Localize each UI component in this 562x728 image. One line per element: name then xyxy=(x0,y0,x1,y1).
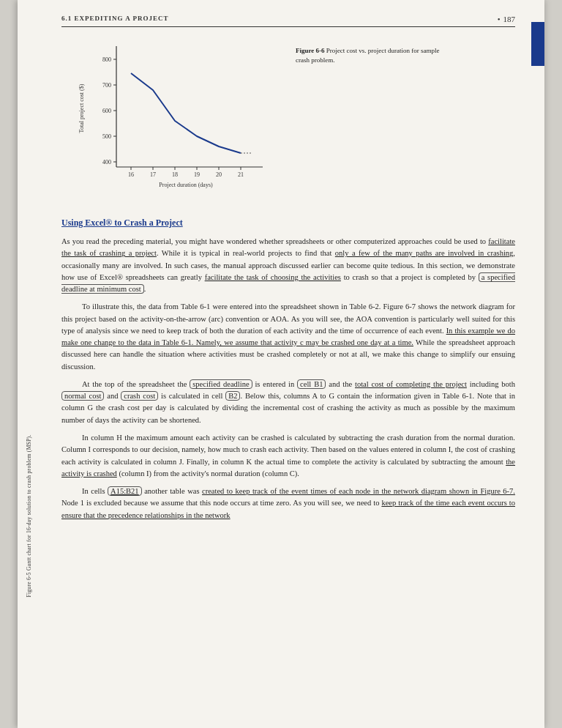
bookmark-tab xyxy=(531,22,544,66)
boxed-cellb1: cell B1 xyxy=(297,379,326,389)
paragraph-5: In cells A15:B21 another table was creat… xyxy=(61,486,515,521)
svg-text:600: 600 xyxy=(102,108,111,114)
underline-total-cost: total cost of completing the project xyxy=(355,380,467,388)
underline-example: In this example we do make one change to… xyxy=(61,327,515,346)
paragraph-3: At the top of the spreadsheet the specif… xyxy=(61,379,515,426)
chart-caption: Figure 6-6 Project cost vs. project dura… xyxy=(281,39,442,64)
boxed-cells: A15:B21 xyxy=(108,486,142,496)
figure-side-label: Figure 6-5 Gantt chart for 16-day soluti… xyxy=(18,391,40,640)
underline-volved: volved in crashing xyxy=(454,249,513,257)
svg-text:500: 500 xyxy=(102,133,111,140)
svg-text:Total project cost ($): Total project cost ($) xyxy=(78,83,85,133)
underline-created: created to keep track of the event times… xyxy=(202,487,515,495)
svg-text:20: 20 xyxy=(216,171,222,178)
underline-facilitate2: facilitate the task of choosing the acti… xyxy=(205,273,341,281)
svg-text:400: 400 xyxy=(102,159,111,166)
paragraph-4: In column H the maximum amount each acti… xyxy=(61,432,515,480)
page-header: 6.1 EXPEDITING A PROJECT •187 xyxy=(61,15,515,27)
svg-text:17: 17 xyxy=(150,171,156,178)
chart-area: 800 700 600 500 400 16 17 xyxy=(76,39,281,203)
underline-crashed: the activity is crashed xyxy=(61,458,515,478)
boxed-normalcost: normal cost xyxy=(61,391,104,401)
cost-vs-duration-chart: 800 700 600 500 400 16 17 xyxy=(76,39,281,200)
svg-text:Project duration (days): Project duration (days) xyxy=(159,182,213,188)
chart-container: 800 700 600 500 400 16 17 xyxy=(76,39,515,203)
underline-keep-track: keep track of the time each event occurs… xyxy=(61,499,515,519)
header-section-title: 6.1 EXPEDITING A PROJECT xyxy=(61,15,169,22)
bullet-icon: • xyxy=(498,15,501,23)
svg-text:18: 18 xyxy=(172,171,178,178)
paragraph-2: To illustrate this, the data from Table … xyxy=(61,301,515,373)
svg-text:800: 800 xyxy=(102,56,111,63)
page-number: •187 xyxy=(498,15,515,23)
section-heading: Using Excel® to Crash a Project xyxy=(61,218,515,229)
svg-text:16: 16 xyxy=(128,171,134,178)
svg-text:19: 19 xyxy=(194,171,200,178)
body-text: As you read the preceding material, you … xyxy=(61,236,515,521)
figure-label: Figure 6-6 xyxy=(296,47,325,54)
underline-only-few: only a few of the many paths are in xyxy=(335,249,454,257)
page: 6.1 EXPEDITING A PROJECT •187 Figure 6-5… xyxy=(18,0,544,728)
boxed-cellb2: B2 xyxy=(225,391,240,401)
boxed-crashcost: crash cost xyxy=(121,391,158,401)
boxed-deadline2: specified deadline xyxy=(190,379,252,389)
svg-text:21: 21 xyxy=(238,171,244,178)
paragraph-1: As you read the preceding material, you … xyxy=(61,236,515,295)
svg-text:700: 700 xyxy=(102,82,111,89)
